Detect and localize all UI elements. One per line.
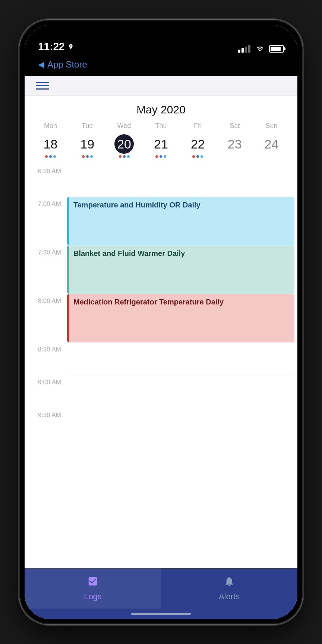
status-icons bbox=[238, 45, 284, 53]
event-title-pink: Medication Refrigerator Temperature Dail… bbox=[73, 298, 224, 306]
dot-red bbox=[192, 155, 195, 158]
date-number-18: 18 bbox=[41, 134, 60, 154]
date-dots-21 bbox=[155, 155, 166, 158]
events-col-930 bbox=[66, 408, 297, 441]
logs-icon bbox=[87, 576, 98, 590]
time-label-930: 9:30 AM bbox=[31, 412, 61, 419]
time-label-800: 8:00 AM bbox=[31, 297, 61, 305]
time-col-900: 9:00 AM bbox=[25, 375, 66, 408]
events-col-700: Temperature and Humidity OR Daily bbox=[66, 197, 297, 245]
date-cell-18[interactable]: 18 bbox=[32, 133, 69, 161]
timeline-slot-900: 9:00 AM bbox=[25, 375, 297, 408]
time-col-700: 7:00 AM bbox=[25, 197, 66, 245]
events-col-800: Medication Refrigerator Temperature Dail… bbox=[66, 294, 297, 342]
date-dots-20 bbox=[119, 155, 130, 158]
event-blanket-fluid[interactable]: Blanket and Fluid Warmer Daily bbox=[67, 246, 294, 294]
time-label-700: 7:00 AM bbox=[31, 200, 61, 208]
time-col-930: 9:30 AM bbox=[25, 408, 66, 441]
app-content: May 2020 Mon Tue Wed Thu Fri Sat Sun 18 bbox=[25, 76, 297, 619]
calendar-header: May 2020 Mon Tue Wed Thu Fri Sat Sun 18 bbox=[25, 96, 297, 164]
date-cell-19[interactable]: 19 bbox=[69, 133, 106, 161]
signal-bar-3 bbox=[245, 47, 247, 53]
day-header-mon: Mon bbox=[32, 122, 69, 130]
back-arrow-icon[interactable]: ◀ bbox=[38, 60, 44, 69]
calendar-dates: 18 19 bbox=[32, 133, 290, 161]
day-header-wed: Wed bbox=[106, 122, 143, 130]
hamburger-line-3 bbox=[36, 88, 49, 90]
signal-bar-4 bbox=[248, 45, 250, 53]
date-number-19: 19 bbox=[78, 134, 97, 154]
home-indicator bbox=[25, 609, 297, 619]
battery-icon bbox=[269, 45, 284, 53]
home-bar bbox=[131, 613, 191, 615]
phone-body: 11:22 bbox=[19, 20, 303, 624]
event-title-blue: Temperature and Humidity OR Daily bbox=[73, 201, 201, 209]
day-header-thu: Thu bbox=[143, 122, 180, 130]
signal-bars bbox=[238, 45, 250, 53]
dot-teal bbox=[53, 155, 56, 158]
tab-logs-label: Logs bbox=[84, 592, 102, 601]
timeline-slot-700: 7:00 AM Temperature and Humidity OR Dail… bbox=[25, 197, 297, 245]
time-col-800: 8:00 AM bbox=[25, 294, 66, 342]
wifi-icon bbox=[255, 45, 265, 53]
dot-red bbox=[45, 155, 48, 158]
date-cell-21[interactable]: 21 bbox=[143, 133, 180, 161]
dot-blue bbox=[196, 155, 199, 158]
day-header-sat: Sat bbox=[216, 122, 253, 130]
date-cell-24[interactable]: 24 bbox=[253, 133, 290, 161]
date-dots-19 bbox=[82, 155, 93, 158]
timeline-container: 6:30 AM 7:00 AM Temperature and Hu bbox=[25, 164, 297, 441]
timeline-slot-830: 8:30 AM bbox=[25, 342, 297, 375]
calendar-days-header: Mon Tue Wed Thu Fri Sat Sun bbox=[32, 122, 290, 130]
time-label-730: 7:30 AM bbox=[31, 249, 61, 256]
date-number-21: 21 bbox=[151, 134, 171, 154]
events-col-830 bbox=[66, 342, 297, 375]
event-medication-refrigerator[interactable]: Medication Refrigerator Temperature Dail… bbox=[67, 294, 294, 342]
timeline-slot-930: 9:30 AM bbox=[25, 408, 297, 441]
events-col-900 bbox=[66, 375, 297, 408]
dot-blue bbox=[49, 155, 52, 158]
tab-alerts[interactable]: Alerts bbox=[161, 568, 297, 609]
time-label-630: 6:30 AM bbox=[31, 168, 61, 175]
tab-alerts-label: Alerts bbox=[219, 592, 240, 601]
events-col-730: Blanket and Fluid Warmer Daily bbox=[66, 245, 297, 294]
date-cell-20[interactable]: 20 bbox=[106, 133, 143, 161]
location-icon bbox=[68, 44, 74, 50]
date-dots-18 bbox=[45, 155, 56, 158]
status-time: 11:22 bbox=[38, 41, 74, 53]
hamburger-menu[interactable] bbox=[36, 82, 49, 90]
time-label-830: 8:30 AM bbox=[31, 346, 61, 353]
dot-teal bbox=[164, 155, 166, 158]
time-col-630: 6:30 AM bbox=[25, 164, 66, 197]
dot-red bbox=[82, 155, 85, 158]
back-label[interactable]: App Store bbox=[47, 59, 87, 70]
event-temperature-humidity[interactable]: Temperature and Humidity OR Daily bbox=[67, 197, 294, 245]
events-col-630 bbox=[66, 164, 297, 197]
day-header-tue: Tue bbox=[69, 122, 106, 130]
signal-bar-1 bbox=[238, 50, 240, 53]
battery-fill bbox=[271, 47, 281, 51]
date-number-22: 22 bbox=[188, 134, 208, 154]
dot-teal bbox=[127, 155, 130, 158]
date-number-20-today: 20 bbox=[114, 134, 134, 154]
tab-logs[interactable]: Logs bbox=[25, 568, 161, 609]
timeline-slot-800: 8:00 AM Medication Refrigerator Temperat… bbox=[25, 294, 297, 342]
day-header-fri: Fri bbox=[179, 122, 216, 130]
date-dots-22 bbox=[192, 155, 203, 158]
app-header bbox=[25, 76, 297, 96]
tab-bar: Logs Alerts bbox=[25, 568, 297, 609]
dot-red bbox=[155, 155, 158, 158]
alerts-icon bbox=[224, 576, 235, 590]
calendar-month: May 2020 bbox=[32, 103, 290, 116]
dot-red bbox=[119, 155, 121, 158]
timeline[interactable]: 6:30 AM 7:00 AM Temperature and Hu bbox=[25, 164, 297, 568]
date-cell-23[interactable]: 23 bbox=[216, 133, 253, 161]
date-cell-22[interactable]: 22 bbox=[179, 133, 216, 161]
phone-frame: 11:22 bbox=[0, 0, 322, 644]
date-number-24: 24 bbox=[262, 134, 281, 154]
day-header-sun: Sun bbox=[253, 122, 290, 130]
time-display: 11:22 bbox=[38, 41, 65, 53]
timeline-slot-730: 7:30 AM Blanket and Fluid Warmer Daily bbox=[25, 245, 297, 294]
time-col-830: 8:30 AM bbox=[25, 342, 66, 375]
time-col-730: 7:30 AM bbox=[25, 245, 66, 294]
